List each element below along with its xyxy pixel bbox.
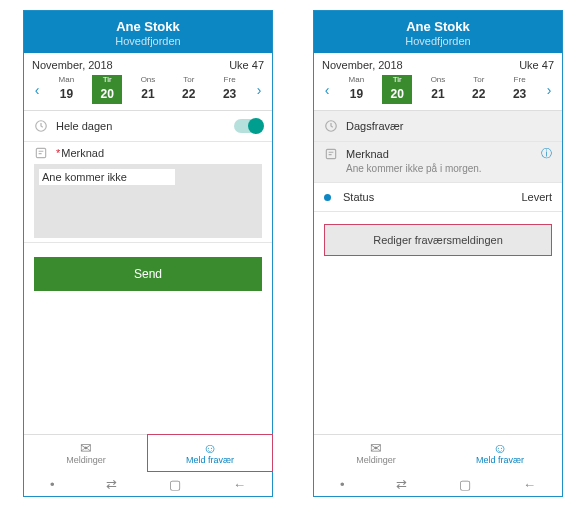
system-nav: • ⇄ ▢ ← [24,471,272,496]
envelope-icon: ✉ [314,441,438,455]
day-22[interactable]: Tor22 [174,75,204,104]
status-label: Status [343,191,374,203]
day-absence-row: Dagsfravær [314,111,562,142]
day-19[interactable]: Man19 [51,75,81,104]
nav-home-icon[interactable]: ▢ [459,477,471,492]
prev-week-button[interactable]: ‹ [28,82,46,98]
week-label: Uke 47 [519,59,554,71]
nav-back-icon[interactable]: ← [233,477,246,492]
nav-dot-icon[interactable]: • [340,477,345,492]
student-name: Ane Stokk [314,19,562,34]
note-display: Merknad ⓘ Ane kommer ikke på i morgen. [314,142,562,183]
location: Hovedfjorden [314,35,562,47]
app-header: Ane Stokk Hovedfjorden [314,11,562,53]
system-nav: • ⇄ ▢ ← [314,471,562,496]
clock-icon [324,119,338,133]
day-picker: ‹ Man19Tir20Ons21Tor22Fre23 › [24,73,272,111]
app-header: Ane Stokk Hovedfjorden [24,11,272,53]
nav-dot-icon[interactable]: • [50,477,55,492]
day-22[interactable]: Tor22 [464,75,494,104]
tab-messages[interactable]: ✉ Meldinger [314,435,438,471]
note-label: Merknad [61,147,104,159]
all-day-label: Hele dagen [56,120,112,132]
day-20[interactable]: Tir20 [382,75,412,104]
prev-week-button[interactable]: ‹ [318,82,336,98]
nav-back-icon[interactable]: ← [523,477,536,492]
status-value: Levert [521,191,552,203]
week-label: Uke 47 [229,59,264,71]
absence-icon: ☺ [148,441,272,455]
nav-recent-icon[interactable]: ⇄ [106,477,117,492]
status-row: Status Levert [314,183,562,212]
month-label: November, 2018 [322,59,403,71]
phone-left: Ane Stokk Hovedfjorden November, 2018 Uk… [23,10,273,497]
absence-icon: ☺ [438,441,562,455]
day-21[interactable]: Ons21 [133,75,163,104]
tab-absence[interactable]: ☺ Meld fravær [147,434,273,472]
next-week-button[interactable]: › [250,82,268,98]
day-20[interactable]: Tir20 [92,75,122,104]
nav-recent-icon[interactable]: ⇄ [396,477,407,492]
bottom-tabs: ✉ Meldinger ☺ Meld fravær [24,434,272,471]
note-text: Ane kommer ikke på i morgen. [346,163,552,174]
day-23[interactable]: Fre23 [215,75,245,104]
bottom-tabs: ✉ Meldinger ☺ Meld fravær [314,434,562,471]
required-marker: * [56,147,60,159]
student-name: Ane Stokk [24,19,272,34]
next-week-button[interactable]: › [540,82,558,98]
month-row: November, 2018 Uke 47 [24,53,272,73]
note-icon [324,147,338,161]
month-label: November, 2018 [32,59,113,71]
location: Hovedfjorden [24,35,272,47]
day-19[interactable]: Man19 [341,75,371,104]
month-row: November, 2018 Uke 47 [314,53,562,73]
edit-button[interactable]: Rediger fraværsmeldingen [324,224,552,256]
nav-home-icon[interactable]: ▢ [169,477,181,492]
note-input[interactable]: Ane kommer ikke [39,169,175,185]
note-label: Merknad [346,148,389,160]
day-23[interactable]: Fre23 [505,75,535,104]
send-button[interactable]: Send [34,257,262,291]
envelope-icon: ✉ [24,441,148,455]
note-section: * Merknad Ane kommer ikke [24,142,272,243]
all-day-row: Hele dagen [24,111,272,142]
note-box: Ane kommer ikke [34,164,262,238]
day-absence-label: Dagsfravær [346,120,403,132]
day-picker: ‹ Man19Tir20Ons21Tor22Fre23 › [314,73,562,111]
tab-messages[interactable]: ✉ Meldinger [24,435,148,471]
status-dot-icon [324,194,331,201]
tab-absence[interactable]: ☺ Meld fravær [438,435,562,471]
all-day-toggle[interactable] [234,119,262,133]
phone-right: Ane Stokk Hovedfjorden November, 2018 Uk… [313,10,563,497]
info-icon[interactable]: ⓘ [541,146,552,161]
day-21[interactable]: Ons21 [423,75,453,104]
clock-icon [34,119,48,133]
note-icon [34,146,48,160]
